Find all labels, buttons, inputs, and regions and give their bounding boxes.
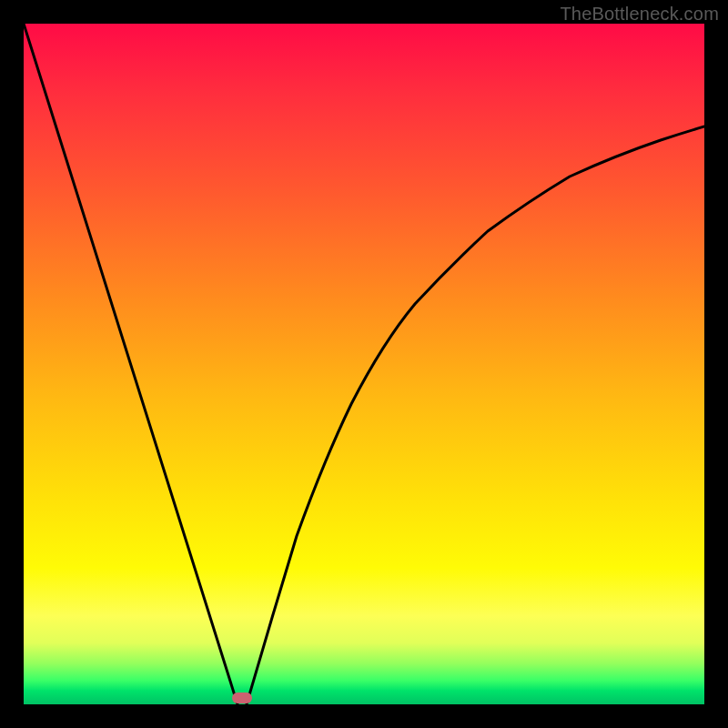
optimal-marker xyxy=(232,693,252,703)
curve-layer xyxy=(24,24,704,704)
right-branch xyxy=(247,126,704,704)
watermark-text: TheBottleneck.com xyxy=(560,4,719,25)
left-branch xyxy=(24,24,238,704)
plot-frame xyxy=(24,24,704,704)
